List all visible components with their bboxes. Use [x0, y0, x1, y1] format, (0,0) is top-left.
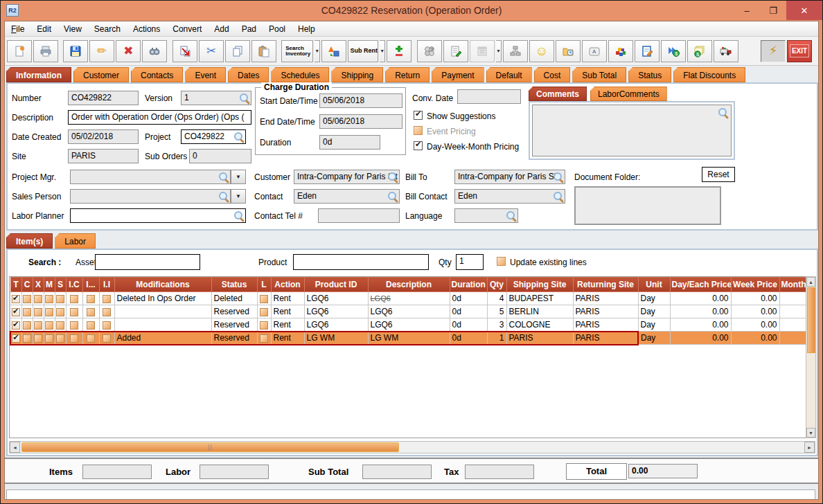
tab-flat-discounts[interactable]: Flat Discounts — [673, 67, 745, 82]
column-header-11[interactable]: Action — [271, 278, 304, 292]
sub-rent-button[interactable]: Sub Rent — [348, 40, 378, 62]
project-mgr-field[interactable] — [70, 170, 231, 184]
row-checkbox-unchecked[interactable] — [87, 334, 95, 343]
tab-schedules[interactable]: Schedules — [271, 67, 329, 82]
end-date-field[interactable]: 05/06/2018 — [319, 114, 402, 129]
column-header-15[interactable]: Qty — [487, 278, 506, 292]
table-row[interactable]: AddedReservedRentLG WMLG WM0d1PARISPARIS… — [10, 332, 808, 345]
row-checkbox-unchecked[interactable] — [34, 295, 42, 303]
quick-action-button[interactable]: ⚡ — [761, 40, 786, 62]
row-checkbox-unchecked[interactable] — [56, 334, 64, 343]
row-checkbox-unchecked[interactable] — [103, 321, 111, 330]
column-header-9[interactable]: Status — [211, 278, 257, 292]
column-header-19[interactable]: Day/Each Price — [670, 278, 731, 292]
number-field[interactable]: CO429822 — [68, 91, 139, 105]
project-mgr-dropdown[interactable]: ▼ — [231, 170, 246, 184]
menu-view[interactable]: View — [57, 24, 88, 34]
asset-input[interactable] — [95, 254, 200, 270]
tab-return[interactable]: Return — [385, 67, 430, 82]
edit-button[interactable]: ✏ — [89, 40, 114, 62]
column-header-4[interactable]: S — [55, 278, 66, 292]
column-header-3[interactable]: M — [44, 278, 55, 292]
row-checkbox-unchecked[interactable] — [34, 321, 42, 330]
new-document-button[interactable] — [7, 40, 32, 62]
contact-field[interactable]: Eden — [294, 189, 400, 204]
conv-date-field[interactable] — [457, 89, 521, 104]
scroll-down-button[interactable]: ▼ — [806, 428, 815, 438]
column-header-6[interactable]: I... — [82, 278, 99, 292]
search-icon[interactable] — [234, 132, 244, 142]
tab-event[interactable]: Event — [185, 67, 226, 82]
column-header-1[interactable]: C — [21, 278, 33, 292]
comments-textarea[interactable] — [532, 105, 732, 156]
tab-items[interactable]: Item(s) — [6, 233, 53, 249]
tab-labor[interactable]: Labor — [55, 233, 96, 249]
date-created-field[interactable]: 05/02/2018 — [68, 129, 139, 144]
column-header-14[interactable]: Duration — [450, 278, 487, 292]
add-remove-button[interactable] — [387, 40, 412, 62]
tab-sub-total[interactable]: Sub Total — [572, 67, 626, 82]
sub-rent-dropdown[interactable]: ▼ — [380, 40, 385, 62]
column-header-7[interactable]: I.I — [99, 278, 114, 292]
menu-pad[interactable]: Pad — [236, 24, 263, 34]
tab-status[interactable]: Status — [628, 67, 671, 82]
row-checkbox-unchecked[interactable] — [45, 295, 53, 303]
search-icon[interactable] — [554, 172, 563, 182]
sub-orders-field[interactable]: 0 — [189, 149, 251, 163]
availability-button[interactable] — [321, 40, 346, 62]
row-checkbox-unchecked[interactable] — [260, 321, 268, 330]
bill-contact-field[interactable]: Eden — [454, 189, 565, 204]
save-button[interactable] — [63, 40, 88, 62]
row-checkbox-unchecked[interactable] — [70, 295, 78, 303]
tab-information[interactable]: Information — [6, 67, 71, 82]
menu-add[interactable]: Add — [208, 24, 235, 34]
scroll-left-button[interactable]: ◄ — [10, 442, 20, 453]
table-row[interactable]: Deleted In Ops OrderDeletedRentLGQ6LGQ60… — [10, 292, 808, 305]
search-icon[interactable] — [240, 93, 249, 103]
menu-file[interactable]: File — [5, 24, 30, 34]
calendar-dropdown[interactable]: ▼ — [496, 40, 502, 62]
column-header-17[interactable]: Returning Site — [573, 278, 638, 292]
search-icon[interactable] — [219, 192, 229, 201]
tab-customer[interactable]: Customer — [73, 67, 129, 82]
row-checkbox-unchecked[interactable] — [87, 321, 95, 330]
vertical-scroll-thumb[interactable] — [807, 287, 815, 353]
close-button[interactable]: ✕ — [786, 1, 822, 20]
search-icon[interactable] — [388, 172, 398, 182]
update-existing-lines-checkbox[interactable] — [497, 257, 506, 266]
duration-field[interactable]: 0d — [319, 135, 380, 150]
row-checkbox-unchecked[interactable] — [103, 334, 111, 343]
sales-person-dropdown[interactable]: ▼ — [231, 189, 246, 204]
tab-shipping[interactable]: Shipping — [331, 67, 383, 82]
tab-labor-comments[interactable]: LaborComments — [590, 87, 667, 101]
menu-pool[interactable]: Pool — [263, 24, 292, 34]
site-field[interactable]: PARIS — [68, 149, 139, 163]
row-checkbox-unchecked[interactable] — [260, 334, 268, 343]
column-header-20[interactable]: Week Price — [731, 278, 779, 292]
column-header-0[interactable]: T — [10, 278, 21, 292]
row-checkbox-unchecked[interactable] — [56, 295, 64, 303]
description-field[interactable]: Order with Operation Order (Ops Order) (… — [68, 110, 251, 125]
tab-cost[interactable]: Cost — [534, 67, 571, 82]
row-checkbox-unchecked[interactable] — [23, 334, 31, 343]
group-lookup-button[interactable]: ? — [417, 40, 442, 62]
column-header-8[interactable]: Modifications — [114, 278, 211, 292]
row-checkbox-unchecked[interactable] — [34, 334, 42, 343]
search-icon[interactable] — [554, 192, 563, 201]
tab-dates[interactable]: Dates — [228, 67, 269, 82]
row-checkbox-unchecked[interactable] — [103, 295, 111, 303]
column-header-12[interactable]: Product ID — [304, 278, 368, 292]
row-checkbox-checked[interactable] — [12, 308, 20, 316]
hierarchy-button[interactable] — [503, 40, 528, 62]
tab-payment[interactable]: Payment — [432, 67, 484, 82]
column-header-16[interactable]: Shipping Site — [506, 278, 573, 292]
price-transfer-button[interactable]: $ — [661, 40, 686, 62]
paste-button[interactable] — [251, 40, 276, 62]
edit-order-button[interactable] — [635, 40, 660, 62]
inventory-cubes-button[interactable] — [608, 40, 633, 62]
row-checkbox-unchecked[interactable] — [45, 308, 53, 316]
row-checkbox-unchecked[interactable] — [34, 308, 42, 316]
notes-button[interactable] — [443, 40, 468, 62]
copy-button[interactable] — [225, 40, 250, 62]
row-checkbox-unchecked[interactable] — [87, 308, 95, 316]
